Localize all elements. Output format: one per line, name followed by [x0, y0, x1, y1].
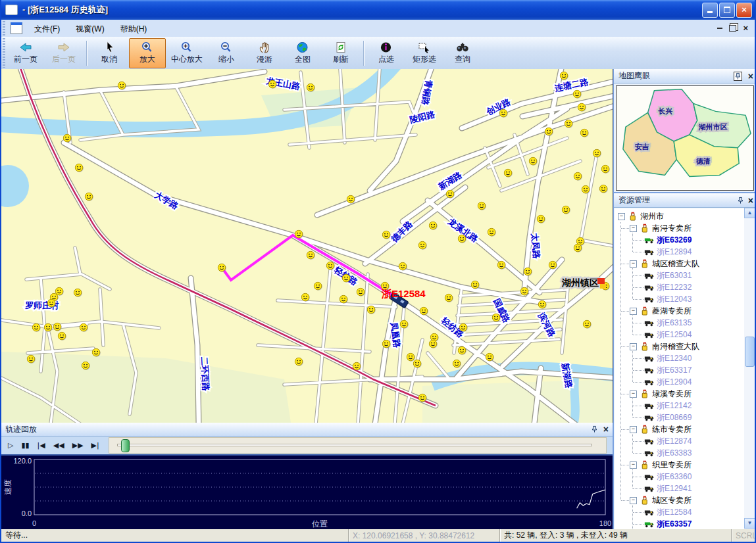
tree-node-vehicle[interactable]: 浙E12232 [615, 281, 744, 293]
vehicle-marker[interactable] [413, 360, 422, 368]
vehicle-marker[interactable] [63, 134, 72, 143]
pin-icon[interactable] [734, 72, 742, 81]
vehicle-marker[interactable] [583, 320, 592, 329]
menu-item-0[interactable]: 文件(F) [26, 22, 68, 35]
vehicle-marker[interactable] [27, 355, 36, 364]
mdi-close-icon[interactable]: × [743, 25, 748, 32]
tree-node-vehicle[interactable]: 浙E12941 [615, 483, 744, 494]
vehicle-marker[interactable] [407, 353, 415, 362]
vehicle-marker[interactable] [520, 287, 529, 296]
vehicle-marker[interactable] [582, 185, 590, 194]
tree-node-root[interactable]: −湖州市 [615, 210, 744, 222]
tree-scrollbar[interactable]: ▲ ▼ [744, 208, 755, 529]
vehicle-marker[interactable] [560, 72, 568, 80]
vehicle-marker[interactable] [307, 251, 315, 260]
tree-node-vehicle[interactable]: 浙E63317 [615, 364, 744, 376]
vehicle-marker[interactable] [429, 222, 438, 230]
toolbar-button-cursor[interactable]: 取消 [91, 38, 128, 68]
tree-node-vehicle[interactable]: 浙E63357 [615, 518, 744, 530]
vehicle-marker[interactable] [92, 348, 101, 357]
vehicle-marker[interactable] [580, 129, 589, 137]
toolbar-button-rect-select[interactable]: 矩形选 [406, 38, 443, 68]
playback-play-button[interactable]: ▷ [4, 439, 17, 452]
vehicle-marker[interactable] [399, 262, 407, 271]
toolbar-button-arrow-left[interactable]: 前一页 [7, 38, 44, 68]
vehicle-marker[interactable] [599, 185, 608, 193]
vehicle-marker[interactable] [353, 362, 361, 371]
toolbar-button-globe[interactable]: 全图 [284, 38, 321, 68]
vehicle-marker[interactable] [524, 268, 532, 276]
vehicle-marker[interactable] [44, 323, 53, 332]
tree-expander[interactable]: − [618, 213, 625, 220]
tree-node-vehicle[interactable]: 浙E12340 [615, 352, 744, 364]
vehicle-marker[interactable] [47, 299, 56, 308]
vehicle-marker[interactable] [478, 202, 486, 210]
tree-expander[interactable]: − [630, 343, 637, 350]
vehicle-marker[interactable] [499, 109, 508, 118]
toolbar-button-zoom-in[interactable]: 放大 [129, 38, 166, 68]
vehicle-marker[interactable] [32, 323, 41, 332]
vehicle-marker[interactable] [85, 193, 93, 201]
toolbar-grip[interactable] [3, 38, 5, 68]
toolbar-button-hand[interactable]: 漫游 [246, 38, 283, 68]
tree-node-vehicle[interactable]: 浙E12584 [615, 506, 744, 518]
vehicle-marker[interactable] [295, 358, 303, 366]
mdi-restore-icon[interactable] [729, 25, 736, 32]
tree-expander[interactable]: − [630, 390, 637, 398]
vehicle-marker[interactable] [326, 262, 335, 270]
vehicle-marker[interactable] [301, 293, 310, 302]
vehicle-marker[interactable] [573, 90, 582, 99]
minimize-button[interactable] [702, 3, 718, 18]
vehicle-marker[interactable] [347, 195, 355, 204]
tree-node-group[interactable]: −南浔专卖所 [615, 222, 744, 234]
tree-node-group[interactable]: −城区稽查大队 [615, 258, 744, 270]
vehicle-marker[interactable] [492, 314, 501, 322]
tree-node-vehicle[interactable]: 浙E12894 [615, 246, 744, 258]
vehicle-marker[interactable] [537, 215, 545, 224]
close-panel-icon[interactable]: × [603, 425, 609, 433]
vehicle-marker[interactable] [342, 274, 351, 283]
vehicle-marker[interactable] [80, 323, 88, 332]
vehicle-marker[interactable] [549, 261, 557, 270]
vehicle-marker[interactable] [58, 332, 66, 341]
tree-node-group[interactable]: −埭溪专卖所 [615, 388, 744, 400]
close-panel-icon[interactable]: × [748, 197, 753, 204]
menu-item-1[interactable]: 视窗(W) [68, 22, 112, 35]
pin-icon[interactable] [591, 425, 598, 433]
vehicle-marker[interactable] [458, 235, 466, 243]
tree-node-vehicle[interactable]: 浙E12142 [615, 400, 744, 412]
toolbar-button-zoom-out[interactable]: 缩小 [208, 38, 245, 68]
vehicle-marker[interactable] [382, 231, 391, 239]
scrollbar-thumb[interactable] [745, 337, 755, 367]
vehicle-marker[interactable] [53, 323, 62, 331]
vehicle-marker[interactable] [453, 360, 461, 368]
tree-node-group[interactable]: −南浔稽查大队 [615, 341, 744, 352]
playback-rewind-button[interactable]: ◀◀ [49, 439, 68, 452]
vehicle-marker[interactable] [382, 340, 391, 348]
slider-thumb[interactable] [121, 439, 130, 452]
vehicle-marker[interactable] [446, 190, 455, 199]
vehicle-marker[interactable] [74, 289, 82, 297]
vehicle-marker[interactable] [486, 353, 494, 362]
tree-node-vehicle[interactable]: 浙E63135 [615, 317, 744, 329]
playback-skip-end-button[interactable]: ▶| [88, 439, 103, 452]
vehicle-marker[interactable] [445, 294, 453, 302]
tree-node-vehicle[interactable]: 浙E63031 [615, 270, 744, 281]
scroll-down-button[interactable]: ▼ [744, 518, 755, 529]
vehicle-marker[interactable] [295, 230, 303, 239]
vehicle-marker[interactable] [593, 149, 601, 158]
tree-expander[interactable]: − [630, 461, 637, 469]
map-area[interactable]: 龙王山路青铜路陵阳路创业路连塘二路新湖路龙溪北路德丰路大学路轻纺路轻纺路太凤路凤… [1, 69, 613, 423]
vehicle-marker[interactable] [458, 346, 466, 355]
vehicle-marker[interactable] [82, 362, 90, 370]
vehicle-marker[interactable] [420, 307, 428, 316]
playback-pause-button[interactable]: ▮▮ [17, 439, 33, 452]
vehicle-marker[interactable] [538, 300, 547, 309]
playback-skip-start-button[interactable]: |◀ [34, 439, 49, 452]
toolbar-button-zoom-center[interactable]: 中心放大 [167, 38, 207, 68]
vehicle-marker[interactable] [340, 295, 348, 304]
playback-fast-forward-button[interactable]: ▶▶ [68, 439, 88, 452]
tree-node-vehicle[interactable]: 浙E12043 [615, 293, 744, 305]
playback-slider[interactable] [109, 437, 607, 454]
vehicle-marker[interactable] [562, 206, 570, 214]
